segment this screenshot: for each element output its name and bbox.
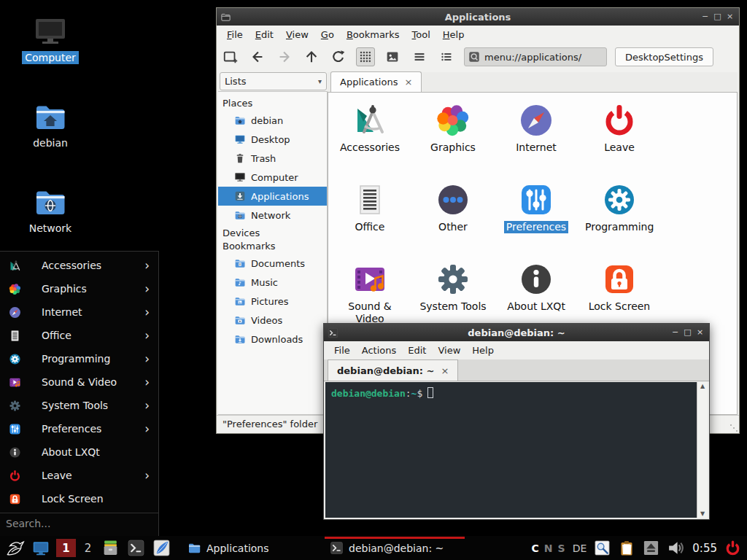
documents-folder-icon bbox=[234, 257, 246, 269]
terminal-screen[interactable]: debian@debian:~$ ▲ ▼ bbox=[325, 382, 708, 518]
leave-button[interactable] bbox=[724, 540, 741, 556]
menu-file[interactable]: File bbox=[227, 29, 243, 40]
sidebar-item-network[interactable]: Network bbox=[218, 206, 327, 225]
sidebar-item-videos[interactable]: Videos bbox=[218, 311, 327, 330]
up-button[interactable] bbox=[302, 47, 321, 66]
clock[interactable]: 0:55 bbox=[692, 542, 717, 555]
terminal-icon bbox=[328, 327, 338, 338]
menu-item-programming[interactable]: Programming › bbox=[0, 347, 158, 370]
task-applications[interactable]: Applications bbox=[182, 537, 320, 559]
menu-file[interactable]: File bbox=[334, 345, 350, 356]
desktop-icon-debian[interactable]: debian bbox=[17, 99, 84, 149]
desktop-icon-network[interactable]: Network bbox=[17, 184, 84, 235]
folder-preferences[interactable]: Preferences bbox=[495, 178, 578, 257]
sidebar-item-desktop[interactable]: Desktop bbox=[218, 130, 327, 149]
tab-close-icon[interactable]: × bbox=[441, 365, 449, 376]
scroll-up-icon[interactable]: ▲ bbox=[700, 383, 705, 389]
folder-programming[interactable]: Programming bbox=[578, 178, 661, 257]
lxqt-bird-icon bbox=[5, 538, 25, 558]
close-button[interactable]: × bbox=[694, 324, 706, 341]
menu-item-accessories[interactable]: Accessories › bbox=[0, 254, 158, 277]
music-folder-icon bbox=[234, 276, 246, 288]
sidebar-item-computer[interactable]: Computer bbox=[218, 168, 327, 187]
minimize-button[interactable]: − bbox=[699, 8, 711, 26]
bookmarks-header: Bookmarks bbox=[218, 241, 327, 254]
tab-applications[interactable]: Applications × bbox=[330, 71, 422, 92]
menu-item-sound-video[interactable]: Sound & Video › bbox=[0, 370, 158, 394]
thumbnail-view-button[interactable] bbox=[383, 47, 402, 66]
compact-view-button[interactable] bbox=[410, 47, 429, 66]
sidebar-item-music[interactable]: Music bbox=[218, 273, 327, 292]
folder-other[interactable]: Other bbox=[411, 178, 495, 257]
folder-leave[interactable]: Leave bbox=[578, 98, 661, 178]
sidebar-item-pictures[interactable]: Pictures bbox=[218, 292, 327, 311]
close-button[interactable]: × bbox=[724, 8, 736, 26]
main-menu-button[interactable] bbox=[4, 537, 26, 559]
sidebar-item-downloads[interactable]: Downloads bbox=[218, 330, 327, 349]
new-tab-button[interactable] bbox=[221, 47, 240, 66]
desktop-settings-button[interactable]: DesktopSettings bbox=[615, 47, 713, 66]
menu-actions[interactable]: Actions bbox=[362, 345, 397, 356]
maximize-button[interactable]: □ bbox=[711, 8, 724, 26]
menu-item-leave[interactable]: Leave › bbox=[0, 464, 158, 487]
show-desktop-button[interactable] bbox=[31, 538, 51, 559]
folder-office[interactable]: Office bbox=[328, 178, 411, 257]
resize-grip[interactable] bbox=[729, 423, 738, 432]
menu-search-input[interactable]: Search... bbox=[0, 513, 158, 533]
workspace-1-button[interactable]: 1 bbox=[56, 539, 76, 557]
menu-view[interactable]: View bbox=[286, 29, 309, 40]
scroll-down-icon[interactable]: ▼ bbox=[700, 510, 705, 517]
keyboard-indicator[interactable]: C N S bbox=[532, 542, 565, 554]
menu-help[interactable]: Help bbox=[443, 29, 465, 40]
menu-item-internet[interactable]: Internet › bbox=[0, 300, 158, 324]
menu-item-about-lxqt[interactable]: About LXQt bbox=[0, 440, 158, 464]
forward-button[interactable] bbox=[275, 47, 294, 66]
terminal-launcher[interactable] bbox=[125, 538, 146, 559]
task-terminal[interactable]: debian@debian: ~ bbox=[325, 537, 465, 559]
menu-item-lock-screen[interactable]: Lock Screen bbox=[0, 487, 158, 510]
terminal-tab[interactable]: debian@debian: ~ × bbox=[328, 359, 458, 381]
sidebar-item-debian[interactable]: debian bbox=[218, 111, 327, 130]
back-button[interactable] bbox=[248, 47, 267, 66]
menu-edit[interactable]: Edit bbox=[408, 345, 426, 356]
sidebar-item-documents[interactable]: Documents bbox=[218, 254, 327, 273]
tab-close-icon[interactable]: × bbox=[404, 77, 412, 88]
menu-item-system-tools[interactable]: System Tools › bbox=[0, 394, 158, 417]
address-bar[interactable]: menu://applications/ bbox=[464, 47, 607, 66]
menu-item-graphics[interactable]: Graphics › bbox=[0, 277, 158, 300]
folder-internet[interactable]: Internet bbox=[495, 98, 578, 178]
location-icon bbox=[468, 50, 481, 63]
reload-button[interactable] bbox=[329, 47, 348, 66]
menu-bookmarks[interactable]: Bookmarks bbox=[347, 29, 400, 40]
menu-view[interactable]: View bbox=[438, 345, 460, 356]
folder-accessories[interactable]: Accessories bbox=[328, 98, 411, 178]
menu-help[interactable]: Help bbox=[472, 345, 494, 356]
sidebar-item-applications[interactable]: Applications bbox=[218, 187, 327, 206]
menu-edit[interactable]: Edit bbox=[255, 29, 274, 40]
menu-item-preferences[interactable]: Preferences › bbox=[0, 417, 158, 440]
minimize-button[interactable]: − bbox=[669, 324, 681, 341]
volume-tray-icon[interactable] bbox=[667, 539, 685, 557]
window-title: debian@debian: ~ bbox=[324, 327, 709, 338]
fm-titlebar[interactable]: Applications − □ × bbox=[217, 8, 739, 26]
maximize-button[interactable]: □ bbox=[681, 324, 694, 341]
terminal-menubar: File Actions Edit View Help bbox=[324, 341, 709, 359]
featherpad-launcher[interactable] bbox=[151, 538, 171, 559]
icon-view-button[interactable] bbox=[356, 47, 375, 66]
menu-tool[interactable]: Tool bbox=[412, 29, 430, 40]
menu-item-office[interactable]: Office › bbox=[0, 324, 158, 347]
terminal-scrollbar[interactable]: ▲ ▼ bbox=[697, 382, 708, 518]
detailed-view-button[interactable] bbox=[437, 47, 456, 66]
keyboard-layout[interactable]: DE bbox=[573, 542, 587, 554]
terminal-titlebar[interactable]: debian@debian: ~ − □ × bbox=[324, 324, 709, 341]
workspace-2-button[interactable]: 2 bbox=[81, 539, 95, 557]
clipboard-tray-icon[interactable] bbox=[618, 540, 635, 557]
sidebar-item-trash[interactable]: Trash bbox=[218, 149, 327, 168]
sidebar-mode-select[interactable]: Lists ▾ bbox=[220, 72, 327, 90]
menu-go[interactable]: Go bbox=[321, 29, 334, 40]
folder-graphics[interactable]: Graphics bbox=[411, 98, 495, 178]
desktop-icon-computer[interactable]: Computer bbox=[17, 14, 84, 64]
removable-media-tray-icon[interactable] bbox=[643, 540, 659, 556]
screenshot-tray-icon[interactable] bbox=[594, 540, 611, 556]
file-manager-launcher[interactable] bbox=[100, 538, 120, 559]
